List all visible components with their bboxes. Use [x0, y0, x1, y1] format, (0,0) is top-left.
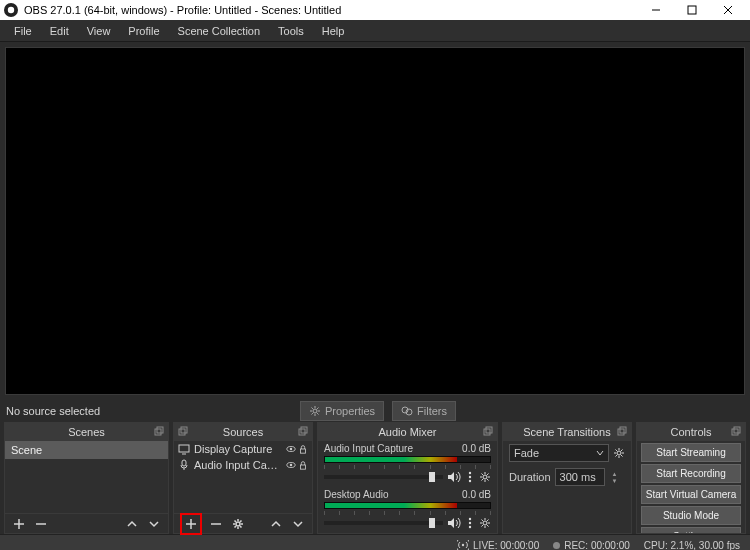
- start-recording-button[interactable]: Start Recording: [641, 464, 741, 483]
- status-cpu: CPU: 2.1%, 30.00 fps: [644, 540, 740, 551]
- audio-meter: [324, 502, 491, 509]
- title-bar: OBS 27.0.1 (64-bit, windows) - Profile: …: [0, 0, 750, 20]
- speaker-icon[interactable]: [447, 471, 461, 483]
- panel-audio-mixer: Audio Mixer Audio Input Capture0.0 dB De…: [317, 422, 498, 534]
- source-down-button[interactable]: [290, 516, 306, 532]
- svg-point-34: [469, 476, 471, 478]
- menu-tools[interactable]: Tools: [270, 23, 312, 39]
- svg-point-44: [617, 451, 621, 455]
- minus-icon: [35, 518, 47, 530]
- chevron-up-icon: [270, 518, 282, 530]
- menu-view[interactable]: View: [79, 23, 119, 39]
- chevron-up-icon: [126, 518, 138, 530]
- svg-rect-16: [301, 427, 307, 433]
- volume-slider[interactable]: [324, 521, 443, 525]
- volume-slider[interactable]: [324, 475, 443, 479]
- svg-rect-22: [182, 460, 186, 466]
- undock-icon[interactable]: [731, 426, 741, 436]
- plus-icon: [13, 518, 25, 530]
- svg-point-38: [469, 518, 471, 520]
- source-row[interactable]: Display Capture: [174, 441, 312, 457]
- scene-down-button[interactable]: [146, 516, 162, 532]
- window-title: OBS 27.0.1 (64-bit, windows) - Profile: …: [24, 4, 638, 16]
- panel-header-mixer[interactable]: Audio Mixer: [318, 423, 497, 441]
- start-virtual-camera-button[interactable]: Start Virtual Camera: [641, 485, 741, 504]
- svg-rect-15: [299, 429, 305, 435]
- maximize-button[interactable]: [674, 0, 710, 20]
- duration-input[interactable]: 300 ms: [555, 468, 605, 486]
- highlight-add-source: [180, 513, 202, 535]
- svg-point-29: [236, 522, 240, 526]
- panel-header-sources[interactable]: Sources: [174, 423, 312, 441]
- add-source-button[interactable]: [183, 516, 199, 532]
- svg-rect-45: [732, 429, 738, 435]
- svg-rect-17: [179, 445, 189, 452]
- properties-button[interactable]: Properties: [300, 401, 384, 421]
- add-scene-button[interactable]: [11, 516, 27, 532]
- panel-header-scenes[interactable]: Scenes: [5, 423, 168, 441]
- svg-point-20: [290, 448, 293, 451]
- settings-button[interactable]: Settings: [641, 527, 741, 533]
- source-up-button[interactable]: [268, 516, 284, 532]
- undock-icon[interactable]: [483, 426, 493, 436]
- menu-file[interactable]: File: [6, 23, 40, 39]
- svg-rect-31: [486, 427, 492, 433]
- undock-icon[interactable]: [178, 426, 188, 436]
- svg-point-33: [469, 472, 471, 474]
- gear-icon[interactable]: [479, 471, 491, 483]
- menu-edit[interactable]: Edit: [42, 23, 77, 39]
- svg-point-35: [469, 480, 471, 482]
- svg-rect-14: [181, 427, 187, 433]
- undock-icon[interactable]: [617, 426, 627, 436]
- panel-scenes: Scenes Scene: [4, 422, 169, 534]
- source-properties-button[interactable]: [230, 516, 246, 532]
- scene-item[interactable]: Scene: [5, 441, 168, 459]
- lock-icon[interactable]: [298, 460, 308, 470]
- menu-dots-icon[interactable]: [465, 517, 475, 529]
- preview-area[interactable]: [5, 47, 745, 395]
- svg-rect-21: [301, 449, 306, 453]
- eye-icon[interactable]: [286, 460, 296, 470]
- start-streaming-button[interactable]: Start Streaming: [641, 443, 741, 462]
- minus-icon: [210, 518, 222, 530]
- svg-marker-32: [448, 472, 454, 482]
- mixer-body: Audio Input Capture0.0 dB Desktop Audio0…: [318, 441, 497, 533]
- svg-rect-46: [734, 427, 740, 433]
- source-row[interactable]: Audio Input Captu: [174, 457, 312, 473]
- svg-rect-25: [301, 465, 306, 469]
- lock-icon[interactable]: [298, 444, 308, 454]
- studio-mode-button[interactable]: Studio Mode: [641, 506, 741, 525]
- gear-icon[interactable]: [479, 517, 491, 529]
- chevron-down-icon: [292, 518, 304, 530]
- eye-icon[interactable]: [286, 444, 296, 454]
- undock-icon[interactable]: [154, 426, 164, 436]
- mixer-channel: Desktop Audio0.0 dB: [318, 487, 497, 533]
- remove-source-button[interactable]: [208, 516, 224, 532]
- info-bar: No source selected Properties Filters: [0, 400, 750, 422]
- chevron-down-icon: [148, 518, 160, 530]
- duration-label: Duration: [509, 471, 551, 483]
- undock-icon[interactable]: [298, 426, 308, 436]
- svg-rect-2: [688, 6, 696, 14]
- panel-sources: Sources Display Capture Audio Input Capt…: [173, 422, 313, 534]
- svg-point-5: [313, 409, 317, 413]
- menu-dots-icon[interactable]: [465, 471, 475, 483]
- gear-icon[interactable]: [613, 447, 625, 459]
- svg-rect-8: [155, 429, 161, 435]
- panel-header-transitions[interactable]: Scene Transitions: [503, 423, 631, 441]
- svg-rect-9: [157, 427, 163, 433]
- duration-stepper[interactable]: ▲▼: [609, 470, 621, 484]
- mic-icon: [178, 459, 190, 471]
- menu-bar: File Edit View Profile Scene Collection …: [0, 20, 750, 42]
- speaker-icon[interactable]: [447, 517, 461, 529]
- remove-scene-button[interactable]: [33, 516, 49, 532]
- filters-button[interactable]: Filters: [392, 401, 456, 421]
- panel-header-controls[interactable]: Controls: [637, 423, 745, 441]
- transition-select[interactable]: Fade: [509, 444, 609, 462]
- menu-scene-collection[interactable]: Scene Collection: [170, 23, 269, 39]
- minimize-button[interactable]: [638, 0, 674, 20]
- close-button[interactable]: [710, 0, 746, 20]
- scene-up-button[interactable]: [124, 516, 140, 532]
- menu-profile[interactable]: Profile: [120, 23, 167, 39]
- menu-help[interactable]: Help: [314, 23, 353, 39]
